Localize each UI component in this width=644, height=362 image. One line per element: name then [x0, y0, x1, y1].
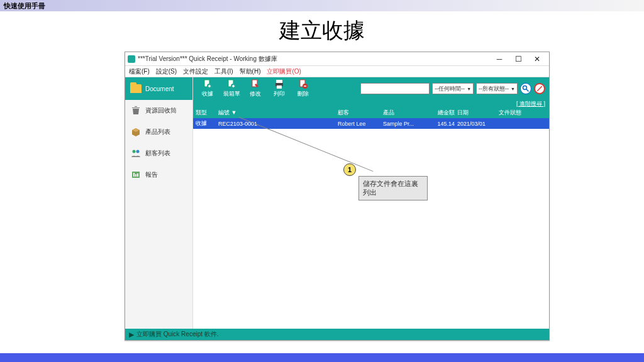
cell-type: 收據: [193, 119, 218, 128]
svg-rect-5: [137, 173, 138, 177]
sidebar-item-reports[interactable]: 報告: [125, 164, 192, 185]
box-icon: [130, 126, 142, 138]
printer-icon: [274, 79, 284, 89]
cell-customer: Robert Lee: [338, 121, 383, 127]
advanced-search-link[interactable]: [ 進階搜尋 ]: [193, 100, 549, 107]
sidebar-item-label: Document: [145, 85, 174, 92]
titlebar[interactable]: ***Trial Version*** Quick Receipt - Work…: [125, 52, 549, 66]
minimize-button[interactable]: ─: [490, 53, 509, 65]
play-icon: ▶: [129, 331, 134, 339]
svg-rect-13: [277, 85, 282, 89]
cell-product: Sample Pr...: [383, 121, 426, 127]
menu-file[interactable]: 檔案(F): [129, 67, 150, 76]
tool-label: 裝箱單: [223, 90, 240, 98]
cell-date: 2021/03/01: [457, 121, 496, 127]
svg-rect-11: [276, 80, 282, 83]
cell-number: REC2103-0001: [218, 121, 338, 127]
page-title: 建立收據: [0, 16, 644, 45]
grid-header: 類型 編號 ▼ 顧客 產品 總金額 日期 文件狀態: [193, 107, 549, 118]
col-number[interactable]: 編號 ▼: [218, 109, 338, 117]
edit-button[interactable]: 修改: [245, 79, 266, 99]
tool-label: 修改: [250, 90, 261, 98]
callout-box: 儲存文件會在這裏列出: [358, 176, 428, 200]
cell-amount: 145.14: [426, 121, 457, 127]
tool-label: 列印: [274, 90, 285, 98]
print-button[interactable]: 列印: [269, 79, 290, 99]
callout-number: 1: [348, 166, 352, 173]
people-icon: [130, 148, 142, 159]
sidebar-item-label: 報告: [145, 170, 158, 179]
maximize-button[interactable]: ☐: [509, 53, 528, 65]
menu-tools[interactable]: 工具(I): [214, 67, 233, 76]
sidebar-item-label: 資源回收筒: [145, 106, 177, 115]
svg-rect-3: [133, 173, 135, 177]
chevron-down-icon: ▼: [511, 87, 515, 91]
app-icon: [128, 55, 135, 63]
statusbar-text: 立即購買 Quick Receipt 軟件.: [136, 330, 219, 339]
search-input[interactable]: [360, 83, 430, 94]
sidebar-item-label: 顧客列表: [145, 149, 170, 158]
select-value: --任何時間--: [435, 85, 465, 93]
chevron-down-icon: ▼: [467, 87, 471, 91]
sidebar-item-document[interactable]: Document: [125, 77, 192, 100]
clear-button[interactable]: [534, 83, 545, 94]
sidebar-item-trash[interactable]: 資源回收筒: [125, 100, 192, 121]
menubar: 檔案(F) 設定(S) 文件設定 工具(I) 幫助(H) 立即購買(O): [125, 66, 549, 77]
doc-header: 快速使用手冊: [0, 0, 644, 11]
svg-point-0: [133, 150, 136, 153]
col-date[interactable]: 日期: [457, 109, 496, 117]
callout-badge: 1: [343, 163, 356, 176]
svg-rect-4: [135, 174, 136, 177]
sidebar-item-products[interactable]: 產品列表: [125, 121, 192, 143]
doc-plus-icon: [203, 79, 213, 89]
app-window: ***Trial Version*** Quick Receipt - Work…: [125, 52, 550, 341]
sidebar: Document 資源回收筒 產品列表 顧客列表: [125, 77, 193, 329]
main-area: 收據 裝箱單 修改 列: [193, 77, 549, 329]
no-entry-icon: [536, 85, 543, 92]
menu-docset[interactable]: 文件設定: [183, 67, 208, 76]
menu-help[interactable]: 幫助(H): [240, 67, 261, 76]
tool-label: 收據: [202, 90, 213, 98]
window-title: ***Trial Version*** Quick Receipt - Work…: [138, 55, 277, 63]
doc-plus-icon: [226, 79, 236, 89]
select-value: --所有狀態--: [479, 85, 509, 93]
doc-edit-icon: [250, 79, 260, 89]
menu-buy[interactable]: 立即購買(O): [267, 67, 301, 76]
svg-point-16: [523, 86, 527, 90]
search-button[interactable]: [520, 83, 531, 94]
col-customer[interactable]: 顧客: [338, 109, 383, 117]
statusbar[interactable]: ▶ 立即購買 Quick Receipt 軟件.: [125, 329, 549, 340]
new-packing-button[interactable]: 裝箱單: [221, 79, 242, 99]
time-filter-select[interactable]: --任何時間-- ▼: [432, 83, 474, 94]
status-filter-select[interactable]: --所有狀態-- ▼: [476, 83, 518, 94]
toolbar: 收據 裝箱單 修改 列: [193, 77, 549, 100]
col-amount[interactable]: 總金額: [426, 109, 457, 117]
callout-text: 儲存文件會在這裏列出: [363, 180, 418, 196]
svg-point-1: [136, 150, 140, 153]
col-status[interactable]: 文件狀態: [496, 109, 549, 117]
doc-footer-bar: [0, 353, 644, 362]
folder-icon: [130, 84, 142, 93]
col-product[interactable]: 產品: [383, 109, 426, 117]
doc-delete-icon: [298, 79, 308, 89]
svg-line-17: [537, 86, 542, 91]
sidebar-item-label: 產品列表: [145, 128, 170, 136]
search-icon: [522, 85, 530, 92]
tool-label: 刪除: [297, 90, 309, 98]
delete-button[interactable]: 刪除: [292, 79, 314, 99]
new-receipt-button[interactable]: 收據: [197, 79, 218, 99]
menu-settings[interactable]: 設定(S): [156, 67, 177, 76]
report-icon: [130, 169, 142, 180]
col-type[interactable]: 類型: [193, 109, 218, 117]
trash-icon: [130, 105, 142, 116]
sidebar-item-customers[interactable]: 顧客列表: [125, 143, 192, 164]
close-button[interactable]: ✕: [528, 53, 547, 65]
